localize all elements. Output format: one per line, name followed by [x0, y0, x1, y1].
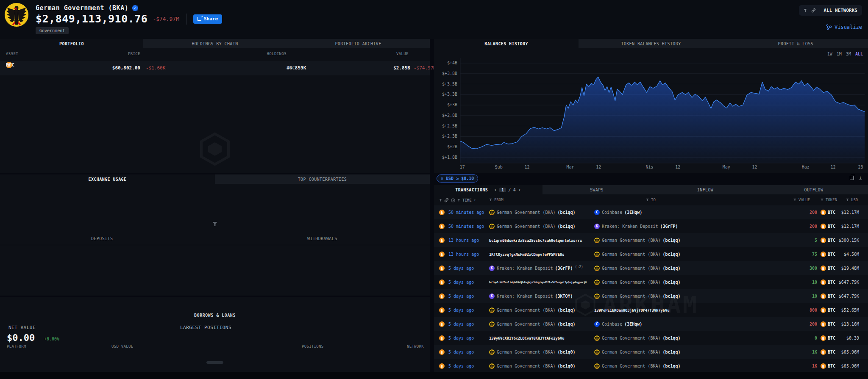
filter-icon[interactable]	[212, 222, 217, 226]
filter-icon[interactable]	[646, 199, 649, 201]
next-page-icon[interactable]: ›	[518, 187, 521, 193]
share-button[interactable]: Share	[193, 14, 222, 24]
tx-time-link[interactable]: 5 days ago	[448, 289, 488, 303]
table-row[interactable]: ฿ 5 days ago Kraken: Kraken Deposit (3Gr…	[434, 261, 868, 275]
table-row[interactable]: ฿ 50 minutes ago German Government (BKA)…	[434, 205, 868, 219]
tx-to-entity[interactable]: German Government (BKA) (bc1qq)	[594, 331, 721, 345]
tab-balances-history[interactable]: BALANCES HISTORY	[434, 39, 579, 48]
table-row[interactable]: ฿ 50 minutes ago German Government (BKA)…	[434, 219, 868, 233]
tx-from-entity[interactable]: Kraken: Kraken Deposit (3GrFP) (+2)	[489, 261, 593, 275]
tx-time-link[interactable]: 5 days ago	[448, 317, 488, 331]
tx-time-link[interactable]: 5 days ago	[448, 345, 488, 359]
x-axis-tick: Şub	[495, 165, 503, 169]
tab-portfolio[interactable]: PORTFOLIO	[0, 39, 143, 48]
table-row[interactable]: ฿ 5 days ago bc1qulc6d7azlt4ph89djhfwgkj…	[434, 275, 868, 289]
y-axis-tick: $+4B	[447, 61, 457, 65]
tx-to-entity[interactable]: German Government (BKA) (bc1qq)	[594, 345, 721, 359]
tx-to-entity[interactable]: German Government (BKA) (bc1qq)	[594, 359, 721, 372]
tx-from-entity[interactable]: bc1qrm05dswkr3x8sa25vs5c7sa69elqenletxsr…	[489, 233, 593, 247]
prev-page-icon[interactable]: ‹	[494, 187, 497, 193]
tx-to-entity[interactable]: German Government (BKA) (bc1qq)	[594, 289, 721, 303]
tx-to-entity[interactable]: German Government (BKA) (bc1qq)	[594, 233, 721, 247]
entity-tag[interactable]: Government	[36, 27, 69, 34]
tx-from-entity[interactable]: Kraken: Kraken Deposit (3KTQY)	[489, 289, 593, 303]
sort-caret-icon[interactable]: ▾	[474, 198, 476, 202]
tab-outflow[interactable]: OUTFLOW	[760, 185, 868, 194]
all-networks-selector[interactable]: ALL NETWORKS	[799, 5, 862, 16]
tab-top-counterparties[interactable]: TOP COUNTERPARTIES	[215, 174, 430, 184]
table-row[interactable]: ฿ 5 days ago German Government (BKA) (bc…	[434, 345, 868, 359]
withdrawals-header: WITHDRAWALS	[307, 236, 337, 241]
tx-time-link[interactable]: 50 minutes ago	[448, 219, 488, 233]
table-row[interactable]: ฿ BTC $60,802.00 -$1.60K 46.859K BTC $2.…	[0, 61, 430, 75]
dismiss-icon[interactable]: ×	[441, 176, 443, 181]
tab-token-balances-history[interactable]: TOKEN BALANCES HISTORY	[579, 39, 723, 48]
clock-icon[interactable]	[451, 198, 455, 202]
tx-to-entity[interactable]: Coinbase (3EHqw)	[594, 205, 721, 219]
tx-usd-value: $4.50M	[823, 247, 859, 261]
verified-badge-icon	[132, 5, 138, 11]
table-row[interactable]: ฿ 5 days ago German Government (BKA) (bc…	[434, 303, 868, 317]
col-value: VALUE	[396, 52, 409, 56]
filter-icon[interactable]	[439, 199, 442, 202]
tx-from-entity[interactable]: German Government (BKA) (bc1qq)	[489, 317, 593, 331]
entity-header: German Government (BKA) $2,849,113,910.7…	[0, 0, 868, 39]
exchange-usage-panel: EXCHANGE USAGE TOP COUNTERPARTIES DEPOSI…	[0, 174, 430, 296]
table-row[interactable]: ฿ 5 days ago Kraken: Kraken Deposit (3KT…	[434, 289, 868, 303]
filter-icon[interactable]	[846, 199, 849, 201]
tab-holdings-by-chain[interactable]: HOLDINGS BY CHAIN	[143, 39, 287, 48]
usd-filter-pill[interactable]: × USD ≥ $0.10	[437, 174, 478, 183]
tx-time-link[interactable]: 5 days ago	[448, 303, 488, 317]
tx-time-link[interactable]: 5 days ago	[448, 261, 488, 275]
price-change: -$1.60K	[146, 65, 165, 71]
tx-from-entity[interactable]: German Government (BKA) (bc1qq)	[489, 219, 593, 233]
total-pages: 4	[513, 188, 516, 192]
tx-from-entity[interactable]: German Government (BKA) (bc1q0)	[489, 345, 593, 359]
tx-to-entity[interactable]: Coinbase (3EHqw)	[594, 317, 721, 331]
filter-icon[interactable]	[489, 199, 492, 201]
table-row[interactable]: ฿ 5 days ago German Government (BKA) (bc…	[434, 359, 868, 372]
transactions-tabbar: TRANSACTIONS ‹ 1 / 4 › SWAPS INFLOW OUTF…	[434, 185, 868, 194]
table-row[interactable]: ฿ 13 hours ago 1KTCQyzvqTgxNsFm92xCDmpvf…	[434, 247, 868, 261]
tx-to-entity[interactable]: German Government (BKA) (bc1qq)	[594, 275, 721, 289]
horizontal-scrollbar[interactable]	[206, 361, 223, 364]
tx-to-entity[interactable]: 139PoPE1bKQam8QJjhVjYDP47f3VH7ybVu	[594, 303, 721, 317]
copy-icon[interactable]	[850, 176, 854, 180]
table-row[interactable]: ฿ 5 days ago German Government (BKA) (bc…	[434, 317, 868, 331]
table-row[interactable]: ฿ 5 days ago 139y6VcXR1Y6x2LQCvaY8KHJYtA…	[434, 331, 868, 345]
col-holdings: HOLDINGS	[267, 52, 287, 56]
download-icon[interactable]: ↓	[859, 175, 862, 180]
tx-time-link[interactable]: 5 days ago	[448, 331, 488, 345]
filter-icon[interactable]	[457, 199, 460, 202]
tx-to-entity[interactable]: German Government (BKA) (bc1qq)	[594, 247, 721, 261]
tab-exchange-usage[interactable]: EXCHANGE USAGE	[0, 174, 215, 184]
tx-time-link[interactable]: 5 days ago	[448, 359, 488, 372]
tx-time-link[interactable]: 5 days ago	[448, 275, 488, 289]
balance-history-chart[interactable]: $+4B$+3.8B$+3.5B$+3.3B$+3B$+2.8B$+2.5B$+…	[434, 48, 868, 173]
tx-from-entity[interactable]: 1KTCQyzvqTgxNsFm92xCDmpvfePPSM7E8s	[489, 247, 593, 261]
tab-portfolio-archive[interactable]: PORTFOLIO ARCHIVE	[287, 39, 430, 48]
tab-inflow[interactable]: INFLOW	[651, 185, 760, 194]
tx-value: 200	[780, 317, 817, 331]
table-row[interactable]: ฿ 13 hours ago bc1qrm05dswkr3x8sa25vs5c7…	[434, 233, 868, 247]
tx-time-link[interactable]: 13 hours ago	[448, 247, 488, 261]
tx-time-link[interactable]: 13 hours ago	[448, 233, 488, 247]
filter-icon[interactable]	[821, 199, 823, 201]
tx-to-entity[interactable]: Kraken: Kraken Deposit (3GrFP)	[594, 219, 721, 233]
value-change: -$74.97M	[414, 65, 436, 71]
tx-from-entity[interactable]: 139y6VcXR1Y6x2LQCvaY8KHJYtAFo2ybVu	[489, 331, 593, 345]
tx-from-entity[interactable]: German Government (BKA) (bc1qq)	[489, 205, 593, 219]
tx-from-entity[interactable]: German Government (BKA) (bc1q0)	[489, 359, 593, 372]
tab-transactions[interactable]: TRANSACTIONS ‹ 1 / 4 ›	[434, 185, 542, 194]
tab-profit-loss[interactable]: PROFIT & LOSS	[723, 39, 868, 48]
visualize-link[interactable]: Visualize	[826, 24, 862, 30]
tx-from-entity[interactable]: bc1qulc6d7azlt4ph89djhfwgkje3akgtqnd32lw…	[489, 275, 593, 289]
link-icon[interactable]	[444, 198, 449, 202]
tx-to-entity[interactable]: German Government (BKA) (bc1qq)	[594, 261, 721, 275]
filter-icon[interactable]	[793, 199, 796, 201]
filter-icon	[804, 9, 807, 12]
x-axis-tick: 12	[831, 165, 836, 169]
tx-time-link[interactable]: 50 minutes ago	[448, 205, 488, 219]
tab-swaps[interactable]: SWAPS	[542, 185, 651, 194]
tx-from-entity[interactable]: German Government (BKA) (bc1qq)	[489, 303, 593, 317]
